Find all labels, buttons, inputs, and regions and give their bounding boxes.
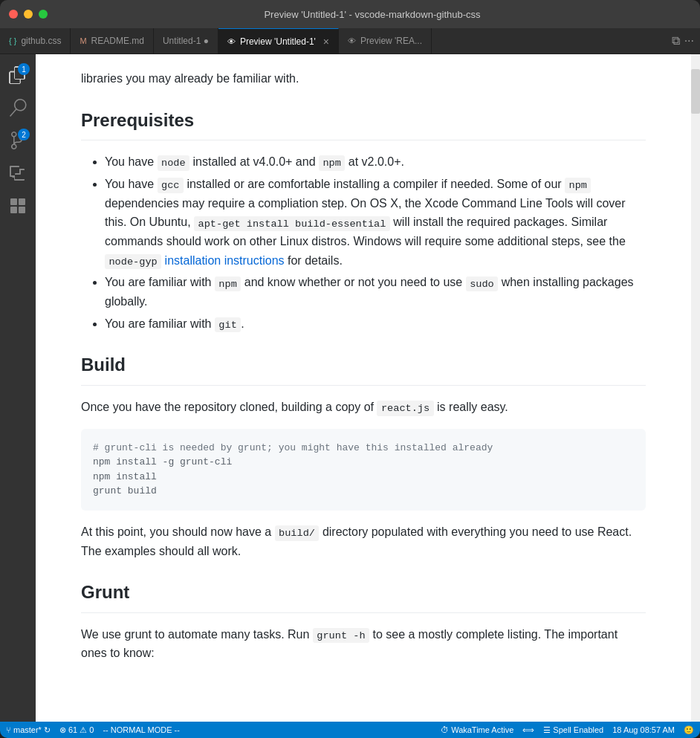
build-code-block: # grunt-cli is needed by grunt; you migh… (81, 429, 646, 511)
svg-rect-1 (19, 198, 25, 205)
app-window: Preview 'Untitled-1' - vscode-markdown-g… (0, 0, 700, 738)
grunt-paragraph: We use grunt to automate many tasks. Run… (81, 625, 646, 663)
prereq-item-gcc: You have gcc installed or are comfortabl… (105, 175, 646, 270)
status-spell[interactable]: ☰ Spell Enabled (543, 725, 603, 735)
mode-text: -- NORMAL MODE -- (103, 725, 179, 734)
tab-label-readme-md: README.md (91, 36, 144, 46)
split-editor-button[interactable]: ⧉ (672, 34, 680, 48)
source-control-badge: 2 (18, 129, 30, 140)
errors-text: ⊗ 61 (59, 725, 77, 735)
files-badge: 1 (18, 63, 30, 75)
tab-label-preview-untitled-1: Preview 'Untitled-1' (240, 36, 316, 47)
tab-actions: ⧉ ··· (666, 28, 700, 54)
datetime-text: 18 Aug 08:57 AM (612, 725, 675, 734)
preview-file-icon: 👁 (227, 37, 236, 46)
traffic-lights (9, 10, 48, 19)
tab-close-preview-untitled-1[interactable]: × (323, 36, 329, 48)
tab-preview-untitled-1[interactable]: 👁 Preview 'Untitled-1' × (218, 28, 339, 54)
tab-github-css[interactable]: { } github.css (0, 28, 71, 54)
grunt-heading: Grunt (81, 578, 646, 613)
css-file-icon: { } (9, 36, 16, 45)
wakatime-icon: ⏱ (441, 725, 449, 734)
build-after-paragraph: At this point, you should now have a bui… (81, 522, 646, 560)
minimap-thumb[interactable] (691, 69, 700, 114)
minimize-button[interactable] (24, 10, 33, 19)
activity-source-control[interactable]: 2 (3, 126, 33, 155)
svg-rect-2 (10, 207, 17, 213)
status-wakatime[interactable]: ⏱ WakaTime Active (441, 725, 513, 734)
build-paragraph: Once you have the repository cloned, bui… (81, 398, 646, 417)
content-area: libraries you may already be familiar wi… (36, 54, 700, 722)
wakatime-text: WakaTime Active (451, 725, 513, 734)
emoji-icon: 🙂 (684, 725, 694, 735)
prereq-item-git: You are familiar with git. (105, 314, 646, 334)
activity-search[interactable] (3, 93, 33, 123)
minimap (691, 54, 700, 722)
activity-remote[interactable] (3, 191, 33, 221)
status-errors[interactable]: ⊗ 61 ⚠ 0 (59, 725, 94, 735)
connection-icon: ⟺ (522, 725, 534, 735)
spell-text: Spell Enabled (553, 725, 603, 734)
sync-icon: ↻ (44, 725, 51, 735)
tab-readme-md[interactable]: M README.md (71, 28, 154, 54)
status-branch[interactable]: ⑂ master* ↻ (6, 725, 51, 735)
activity-extensions[interactable] (3, 158, 33, 188)
warnings-text: ⚠ 0 (80, 725, 94, 735)
tab-label-github-css: github.css (21, 36, 61, 46)
prerequisites-list: You have node installed at v4.0.0+ and n… (81, 152, 646, 333)
md-file-icon: M (80, 36, 86, 45)
intro-paragraph: libraries you may already be familiar wi… (81, 69, 646, 88)
activity-files[interactable]: 1 (3, 60, 33, 90)
status-connection: ⟺ (522, 725, 534, 735)
window-title: Preview 'Untitled-1' - vscode-markdown-g… (54, 9, 691, 20)
status-bar: ⑂ master* ↻ ⊗ 61 ⚠ 0 -- NORMAL MODE -- ⏱… (0, 722, 700, 738)
main-layout: 1 2 libraries you may alre (0, 54, 700, 722)
build-heading: Build (81, 351, 646, 386)
tab-preview-readme[interactable]: 👁 Preview 'REA... (339, 28, 432, 54)
status-mode: -- NORMAL MODE -- (103, 725, 179, 734)
prereq-item-node: You have node installed at v4.0.0+ and n… (105, 152, 646, 172)
prereq-item-npm: You are familiar with npm and know wheth… (105, 273, 646, 311)
status-emoji[interactable]: 🙂 (684, 725, 694, 735)
preview-readme-icon: 👁 (348, 36, 356, 45)
tab-label-untitled-1: Untitled-1 ● (163, 36, 209, 46)
branch-name: master* (13, 725, 42, 734)
title-bar: Preview 'Untitled-1' - vscode-markdown-g… (0, 0, 700, 28)
tab-bar: { } github.css M README.md Untitled-1 ● … (0, 28, 700, 54)
prerequisites-heading: Prerequisites (81, 106, 646, 141)
close-button[interactable] (9, 10, 18, 19)
more-actions-button[interactable]: ··· (684, 34, 694, 48)
branch-icon: ⑂ (6, 725, 11, 734)
status-datetime: 18 Aug 08:57 AM (612, 725, 675, 734)
svg-rect-0 (10, 198, 17, 205)
installation-instructions-link[interactable]: installation instructions (165, 254, 285, 267)
activity-bar: 1 2 (0, 54, 36, 722)
tab-label-preview-readme: Preview 'REA... (360, 36, 422, 46)
svg-rect-3 (19, 207, 25, 213)
tab-untitled-1[interactable]: Untitled-1 ● (154, 28, 218, 54)
maximize-button[interactable] (39, 10, 48, 19)
preview-panel[interactable]: libraries you may already be familiar wi… (36, 54, 691, 722)
markdown-content: libraries you may already be familiar wi… (81, 69, 646, 663)
spell-icon: ☰ (543, 725, 551, 735)
